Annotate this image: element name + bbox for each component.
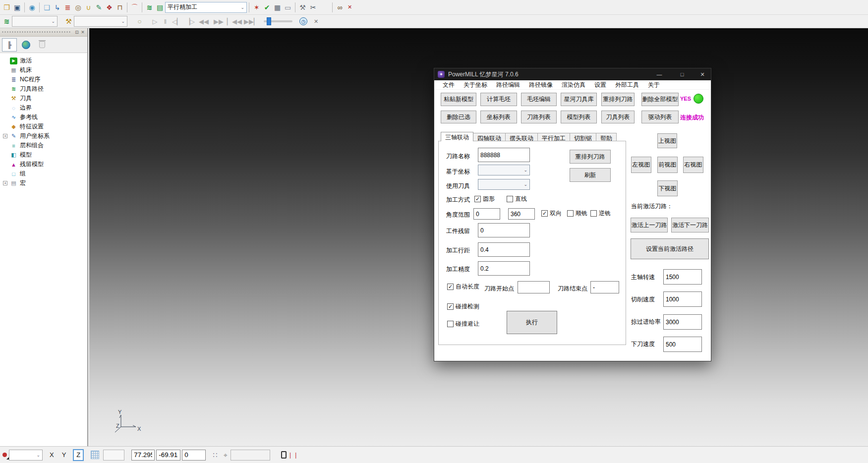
refresh-button[interactable]: 刷新	[570, 168, 611, 182]
tool-library-button[interactable]: 星河刀具库	[561, 93, 597, 106]
pause-icon[interactable]: ‖	[160, 16, 171, 27]
sim-tool-dropdown[interactable]: ⌄	[74, 16, 127, 27]
calc-stock-button[interactable]: 计算毛坯	[480, 93, 517, 106]
climb-checkbox[interactable]	[567, 210, 574, 217]
tab-4axis[interactable]: 四轴联动	[473, 133, 506, 141]
tree-item-tools[interactable]: ⚒刀具	[3, 94, 87, 103]
menu-path-edit[interactable]: 路径编辑	[492, 81, 524, 89]
tree-item-groups[interactable]: □组	[3, 169, 87, 178]
tab-explorer-trash[interactable]	[35, 38, 50, 52]
collision-check-checkbox[interactable]	[447, 303, 454, 310]
panel-close-icon[interactable]: ✕	[80, 30, 86, 35]
menu-settings[interactable]: 设置	[590, 81, 611, 89]
bidirectional-option[interactable]: 双向	[541, 209, 562, 218]
verify-tool-icon[interactable]: ✔	[262, 2, 272, 12]
tree-item-patterns[interactable]: ∿参考线	[3, 113, 87, 122]
left-view-button[interactable]: 左视图	[631, 157, 651, 173]
drive-list-button[interactable]: 驱动列表	[641, 111, 679, 123]
drag-grip[interactable]	[1, 31, 71, 34]
device-icon[interactable]	[281, 451, 287, 459]
collision-avoid-checkbox[interactable]	[447, 321, 454, 327]
tool-pair-icon[interactable]: ⚒	[297, 2, 308, 12]
rearrange-toolpath-button[interactable]: 重排列刀路	[601, 93, 635, 106]
play-icon[interactable]: ▷	[150, 16, 160, 27]
use-tool-select[interactable]: ⌄	[478, 179, 530, 190]
top-view-button[interactable]: 上视图	[657, 133, 677, 148]
start-point-input[interactable]	[518, 281, 550, 293]
tree-item-levels-sets[interactable]: ≡层和组合	[3, 141, 87, 150]
tree-item-workplanes[interactable]: ✎用户坐标系	[3, 131, 87, 141]
tab-explorer-world[interactable]	[18, 38, 33, 52]
explorer-panel-header[interactable]: ⊡ ✕	[0, 28, 87, 37]
front-view-button[interactable]: 前视图	[657, 157, 678, 173]
method-circle-option[interactable]: 圆形	[474, 195, 495, 203]
method-line-option[interactable]: 直线	[507, 195, 527, 203]
delete-all-models-button[interactable]: 删除全部模型	[641, 93, 679, 106]
tree-item-feature-sets[interactable]: ◆特征设置	[3, 122, 87, 131]
panel-float-icon[interactable]: ⊡	[74, 30, 80, 35]
line-checkbox[interactable]	[507, 196, 513, 202]
rewind-icon[interactable]: ◀◀	[196, 16, 211, 27]
empty-field[interactable]	[103, 450, 124, 461]
delete-selected-button[interactable]: 删除已选	[441, 111, 476, 123]
execute-button[interactable]: 执行	[507, 311, 557, 334]
slider-handle[interactable]	[267, 17, 271, 25]
menu-ext-tools[interactable]: 外部工具	[611, 81, 643, 89]
tree-item-nc-program[interactable]: ≣NC程序	[3, 75, 87, 84]
collision-check-option[interactable]: 碰撞检测	[447, 302, 479, 311]
angle-from-input[interactable]	[473, 208, 500, 220]
go-to-start-icon[interactable]: ▏◀◀	[226, 16, 243, 27]
tolerance-input[interactable]	[478, 261, 530, 276]
fast-forward-icon[interactable]: ▶▶	[211, 16, 226, 27]
expand-icon[interactable]	[3, 134, 7, 138]
skim-feed-input[interactable]	[663, 314, 702, 330]
step-back-icon[interactable]: ◁▏	[171, 16, 183, 27]
activate-prev-button[interactable]: 激活上一刀路	[631, 218, 668, 232]
stock-edit-button[interactable]: 毛坯编辑	[521, 93, 557, 106]
tool-holder-icon[interactable]: ⊓	[115, 2, 125, 12]
close-sim-toolbar-icon[interactable]: ✕	[311, 16, 321, 27]
statusbar-dropdown[interactable]: ⌄	[9, 450, 43, 461]
close-button[interactable]: ✕	[695, 70, 709, 79]
coord-y-input[interactable]	[156, 450, 180, 461]
tree-item-models[interactable]: ◧模型	[3, 150, 87, 160]
undercut-tool-icon[interactable]: ⌒	[129, 2, 140, 12]
conventional-mill-option[interactable]: 逆铣	[590, 209, 611, 218]
z-levels-icon[interactable]: ≣	[62, 2, 73, 12]
block-icon[interactable]: ❑	[42, 2, 52, 12]
circle-checkbox[interactable]	[474, 196, 481, 202]
step-forward-icon[interactable]: ▕▷	[183, 16, 196, 27]
tool-ball-icon[interactable]: ◎	[73, 2, 83, 12]
record-dot-icon[interactable]	[2, 453, 7, 457]
stock-allowance-input[interactable]	[478, 223, 530, 237]
xyz-list-icon[interactable]: ∷	[210, 450, 220, 460]
spindle-speed-input[interactable]	[663, 269, 702, 285]
climb-mill-option[interactable]: 顺铣	[567, 209, 587, 218]
conventional-checkbox[interactable]	[590, 210, 597, 217]
toolpath-list-button[interactable]: 刀路列表	[521, 111, 557, 123]
cutting-speed-input[interactable]	[663, 291, 702, 307]
model-list-button[interactable]: 模型列表	[561, 111, 597, 123]
menu-render-sim[interactable]: 渲染仿真	[557, 81, 590, 89]
curve-editor-icon[interactable]: ✎	[94, 2, 104, 12]
binoculars-icon[interactable]: ∞	[335, 2, 345, 12]
based-coord-select[interactable]: ⌄	[478, 165, 530, 175]
tree-item-macros[interactable]: ▤宏	[3, 178, 87, 188]
tab-help[interactable]: 帮助	[596, 133, 617, 141]
clock-icon[interactable]: ◷	[299, 17, 307, 25]
tree-item-boundaries[interactable]: ◌边界	[3, 103, 87, 113]
tab-swivel-head[interactable]: 摆头联动	[505, 133, 538, 141]
activate-next-button[interactable]: 激活下一刀路	[671, 218, 709, 232]
grid-icon[interactable]	[91, 451, 99, 459]
tree-item-machine[interactable]: ▦机床	[3, 65, 87, 75]
tab-explorer-tree[interactable]: ╟	[2, 38, 17, 52]
toolpath-name-input[interactable]	[478, 148, 530, 162]
bottom-view-button[interactable]: 下视图	[657, 180, 678, 196]
close-toolbar-icon[interactable]: ✕	[345, 2, 354, 12]
maximize-button[interactable]: □	[675, 70, 689, 79]
ruler-icon[interactable]: ▭	[283, 2, 293, 12]
menu-path-mirror[interactable]: 路径镜像	[524, 81, 557, 89]
save-project-icon[interactable]: ▣	[12, 2, 22, 12]
powermill-toolpath-icon[interactable]: ≋	[144, 2, 155, 12]
minimize-button[interactable]: —	[652, 70, 666, 79]
